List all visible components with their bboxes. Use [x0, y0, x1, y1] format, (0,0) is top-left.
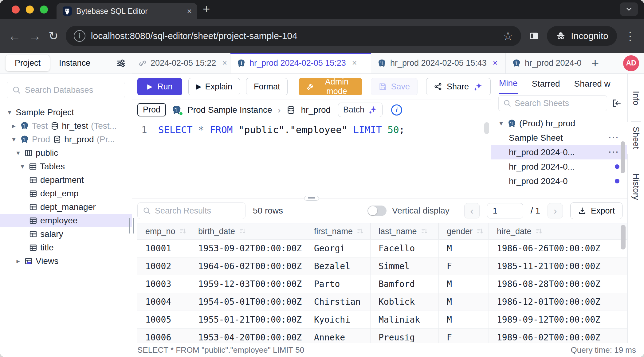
editor-scrollbar[interactable] — [484, 122, 489, 134]
reload-button[interactable]: ↻ — [49, 29, 58, 43]
cell-last-name[interactable]: Koblick — [371, 293, 439, 311]
prev-page-button[interactable]: ‹ — [464, 203, 480, 218]
info-icon[interactable]: i — [391, 104, 402, 116]
tree-item-project[interactable]: ▾ Sample Project — [0, 106, 132, 119]
editor-tab-1[interactable]: 2024-02-05 15:22 × — [132, 53, 230, 73]
cell-gender[interactable]: M — [439, 293, 489, 311]
table-row[interactable]: 10004 1954-05-01T00:00:00Z Chirstian Kob… — [137, 293, 627, 311]
side-panel-icon[interactable] — [528, 30, 540, 41]
browser-tab[interactable]: Bytebase SQL Editor × — [57, 3, 197, 19]
admin-mode-button[interactable]: Admin mode — [299, 78, 362, 95]
browser-menu-icon[interactable]: ⋮ — [624, 29, 636, 43]
cell-emp-no[interactable]: 10002 — [137, 257, 190, 275]
caret-right-icon[interactable]: ▸ — [15, 257, 22, 265]
sheet-item[interactable]: hr_prod 2024-0... — [491, 159, 627, 174]
minimize-window-button[interactable] — [26, 6, 34, 14]
sheet-list-scrollbar[interactable] — [621, 141, 625, 173]
format-button[interactable]: Format — [246, 78, 288, 95]
tree-item-table-dept-manager[interactable]: dept_manager — [0, 200, 132, 214]
results-search-input[interactable] — [155, 206, 240, 216]
cell-birth-date[interactable]: 1964-06-02T00:00:00Z — [190, 257, 306, 275]
bookmark-star-icon[interactable]: ☆ — [503, 29, 513, 43]
cell-birth-date[interactable]: 1959-12-03T00:00:00Z — [190, 275, 306, 293]
vertical-display-toggle[interactable] — [367, 206, 387, 216]
cell-emp-no[interactable]: 10006 — [137, 329, 190, 343]
cell-last-name[interactable]: Maliniak — [371, 311, 439, 328]
editor-tab-3[interactable]: hr_prod 2024-02-05 15:43 × — [371, 53, 506, 73]
back-button[interactable]: ← — [8, 29, 21, 43]
save-button[interactable]: Save — [371, 78, 418, 95]
cell-first-name[interactable]: Bezalel — [306, 257, 371, 275]
tree-item-tables-group[interactable]: ▾ Tables — [0, 160, 132, 173]
caret-down-icon[interactable]: ▾ — [15, 149, 22, 157]
table-scrollbar[interactable] — [621, 225, 626, 249]
cell-first-name[interactable]: Chirstian — [306, 293, 371, 311]
next-page-button[interactable]: › — [548, 203, 563, 218]
caret-down-icon[interactable]: ▾ — [498, 120, 505, 128]
tree-item-table-employee[interactable]: employee — [0, 214, 132, 227]
cell-hire-date[interactable]: 1986-06-26T00:00:00Z — [489, 240, 604, 257]
sidebar-resize-handle[interactable] — [129, 218, 134, 233]
forward-button[interactable]: → — [28, 29, 41, 43]
table-row[interactable]: 10002 1964-06-02T00:00:00Z Bezalel Simme… — [137, 257, 627, 275]
url-bar[interactable]: i localhost:8080/sql-editor/sheet/projec… — [66, 26, 521, 46]
cell-last-name[interactable]: Facello — [371, 240, 439, 257]
cell-first-name[interactable]: Georgi — [306, 240, 371, 257]
close-tab-icon[interactable]: × — [493, 58, 498, 68]
cell-gender[interactable]: M — [439, 240, 489, 257]
tree-item-table-title[interactable]: title — [0, 241, 132, 254]
table-row[interactable]: 10006 1953-04-20T00:00:00Z Anneke Preusi… — [137, 329, 627, 343]
page-input[interactable] — [487, 203, 523, 218]
database-name[interactable]: hr_prod — [301, 105, 331, 115]
filter-settings-icon[interactable] — [116, 58, 126, 69]
tab-instance[interactable]: Instance — [50, 55, 100, 71]
column-header[interactable]: first_name — [306, 223, 371, 239]
batch-button[interactable]: Batch — [338, 103, 383, 117]
sheet-group-row[interactable]: ▾ (Prod) hr_prod — [491, 116, 627, 131]
column-header[interactable]: emp_no — [137, 223, 190, 239]
cell-hire-date[interactable]: 1986-08-28T00:00:00Z — [489, 275, 604, 293]
export-button[interactable]: Export — [570, 202, 622, 219]
maximize-window-button[interactable] — [40, 6, 48, 14]
new-tab-button[interactable]: + — [197, 2, 217, 19]
database-search[interactable] — [7, 82, 125, 98]
caret-right-icon[interactable]: ▸ — [10, 122, 17, 130]
caret-down-icon[interactable]: ▾ — [6, 108, 13, 116]
table-row[interactable]: 10003 1959-12-03T00:00:00Z Parto Bamford… — [137, 275, 627, 293]
database-search-input[interactable] — [25, 85, 120, 95]
tab-info[interactable]: Info — [631, 86, 641, 110]
sheet-item[interactable]: hr_prod 2024-0 — [491, 174, 627, 188]
sql-code-editor[interactable]: 1 SELECT * FROM "public"."employee" LIMI… — [132, 120, 491, 198]
cell-hire-date[interactable]: 1985-11-21T00:00:00Z — [489, 257, 604, 275]
table-row[interactable]: 10005 1955-01-21T00:00:00Z Kyoichi Malin… — [137, 311, 627, 329]
tree-item-table-dept-emp[interactable]: dept_emp — [0, 187, 132, 200]
tree-item-views-group[interactable]: ▸ Views — [0, 254, 132, 268]
cell-gender[interactable]: F — [439, 329, 489, 343]
explain-button[interactable]: ▶ Explain — [188, 78, 240, 95]
cell-gender[interactable]: M — [439, 311, 489, 328]
tree-item-database-prod[interactable]: ▾ Prod hr_prod (Pr... — [0, 133, 132, 146]
cell-first-name[interactable]: Parto — [306, 275, 371, 293]
tree-item-table-department[interactable]: department — [0, 173, 132, 187]
tab-starred[interactable]: Starred — [532, 74, 560, 94]
close-window-button[interactable] — [12, 6, 20, 14]
tab-project[interactable]: Project — [6, 55, 50, 71]
close-tab-icon[interactable]: × — [187, 6, 192, 16]
cell-last-name[interactable]: Preusig — [371, 329, 439, 343]
close-tab-icon[interactable]: × — [222, 58, 227, 68]
table-row[interactable]: 10001 1953-09-02T00:00:00Z Georgi Facell… — [137, 240, 627, 257]
new-sheet-tab-button[interactable]: + — [586, 53, 604, 73]
column-header[interactable]: birth_date — [190, 223, 306, 239]
split-drag-handle[interactable] — [304, 196, 319, 201]
cell-emp-no[interactable]: 10001 — [137, 240, 190, 257]
tab-shared[interactable]: Shared w — [574, 74, 611, 94]
column-header[interactable]: last_name — [371, 223, 439, 239]
cell-hire-date[interactable]: 1986-12-01T00:00:00Z — [489, 293, 604, 311]
sheet-search[interactable] — [498, 95, 607, 111]
cell-first-name[interactable]: Kyoichi — [306, 311, 371, 328]
cell-birth-date[interactable]: 1954-05-01T00:00:00Z — [190, 293, 306, 311]
tab-sheet-active[interactable]: Sheet — [631, 121, 641, 154]
editor-tab-4[interactable]: hr_prod 2024-0 — [506, 53, 586, 73]
run-button[interactable]: ▶ Run — [137, 78, 182, 95]
import-sheet-icon[interactable] — [612, 98, 622, 108]
